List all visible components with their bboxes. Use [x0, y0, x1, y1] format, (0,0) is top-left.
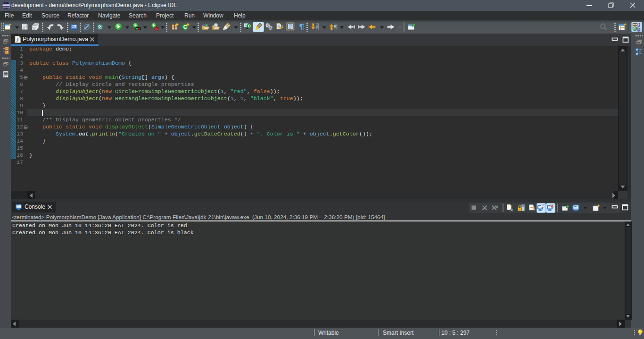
svg-text:J: J — [16, 36, 19, 43]
svg-text:J: J — [638, 22, 641, 28]
